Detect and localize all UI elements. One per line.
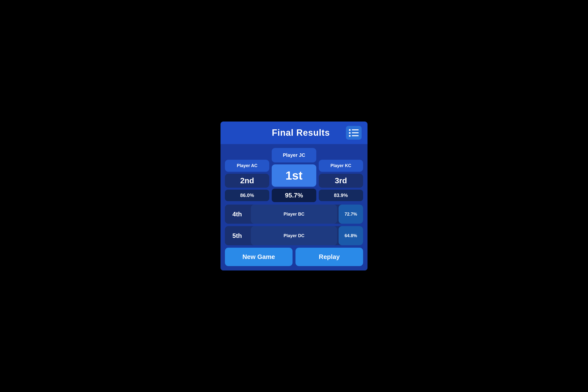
rank-fifth: 5th	[225, 226, 250, 245]
score-second: 86.0%	[227, 192, 267, 198]
rank-card-third: 3rd	[319, 174, 363, 188]
podium-area: Player AC 2nd 86.0% Player JC 1st 95.7%	[225, 148, 363, 202]
score-fifth: 64.8%	[338, 226, 363, 245]
rank-fourth: 4th	[225, 204, 250, 224]
header: Final Results	[220, 122, 368, 144]
podium-col-first: Player JC 1st 95.7%	[272, 148, 316, 202]
podium-col-third: Player KC 3rd 83.9%	[319, 148, 363, 202]
score-first: 95.7%	[274, 192, 314, 199]
rank-first: 1st	[274, 169, 314, 182]
score-card-third: 83.9%	[319, 190, 363, 201]
menu-icon-row2	[349, 132, 359, 134]
player-fourth-name: Player BC	[251, 204, 337, 224]
results-screen: Final Results Player AC	[220, 122, 368, 270]
score-card-second: 86.0%	[225, 190, 269, 201]
menu-icon-row1	[349, 129, 359, 131]
score-card-first: 95.7%	[272, 189, 316, 202]
menu-button[interactable]	[346, 126, 362, 140]
new-game-button[interactable]: New Game	[225, 248, 292, 266]
menu-line	[352, 132, 359, 133]
row-fourth: 4th Player BC 72.7%	[225, 204, 363, 224]
rank-card-first: 1st	[272, 164, 316, 187]
rank-card-second: 2nd	[225, 174, 269, 188]
score-third: 83.9%	[321, 192, 361, 198]
player-first-name: Player JC	[272, 148, 316, 162]
score-fourth: 72.7%	[338, 204, 363, 224]
row-fifth: 5th Player DC 64.8%	[225, 226, 363, 245]
menu-dot	[349, 129, 350, 131]
menu-dot	[349, 135, 350, 137]
menu-icon-row3	[349, 135, 359, 137]
player-third-name: Player KC	[319, 160, 363, 172]
player-fifth-name: Player DC	[251, 226, 337, 245]
podium-col-second: Player AC 2nd 86.0%	[225, 148, 269, 202]
buttons-row: New Game Replay	[225, 248, 363, 266]
menu-line	[352, 129, 359, 130]
menu-line	[352, 135, 359, 136]
content-area: Player AC 2nd 86.0% Player JC 1st 95.7%	[220, 144, 368, 270]
replay-button[interactable]: Replay	[296, 248, 363, 266]
player-second-name: Player AC	[225, 160, 269, 172]
rank-third: 3rd	[321, 176, 361, 185]
menu-dot	[349, 132, 350, 134]
rank-second: 2nd	[227, 176, 267, 185]
page-title: Final Results	[256, 128, 346, 138]
